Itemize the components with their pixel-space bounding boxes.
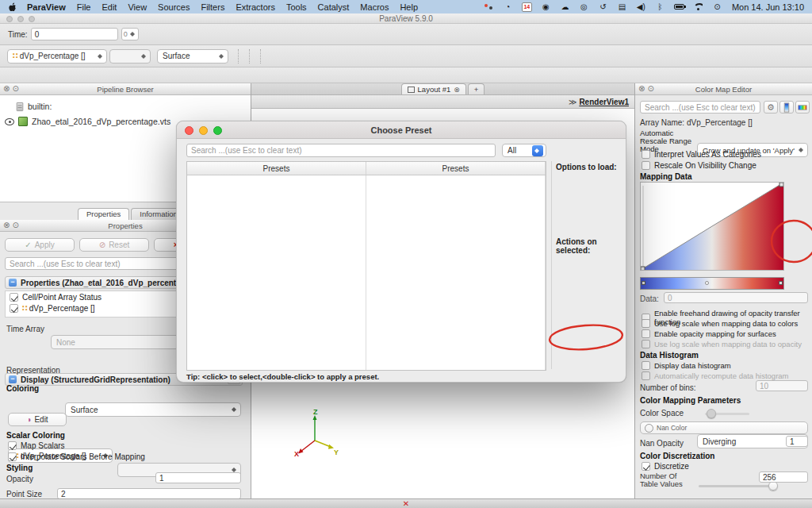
- collapse-icon[interactable]: −: [9, 375, 17, 383]
- app-activity-icon[interactable]: [484, 2, 494, 12]
- shield-icon[interactable]: ◉: [541, 2, 551, 12]
- cme-float-icon[interactable]: ⊙: [647, 84, 653, 93]
- time-machine-icon[interactable]: ↺: [598, 2, 608, 12]
- array-status-row[interactable]: ∷ dVp_Percentage []: [10, 304, 95, 313]
- keyboard-icon[interactable]: ▤: [617, 2, 627, 12]
- menu-view[interactable]: View: [128, 2, 147, 12]
- disc-icon[interactable]: ◎: [579, 2, 589, 12]
- apple-menu-icon[interactable]: [8, 2, 17, 12]
- checkbox[interactable]: [642, 319, 650, 328]
- checkbox[interactable]: [642, 462, 650, 471]
- visibility-eye-icon[interactable]: [5, 118, 14, 125]
- checkbox[interactable]: [8, 441, 17, 450]
- map-scalars-row[interactable]: Map Scalars: [8, 441, 65, 450]
- pipeline-item-builtin[interactable]: builtin:: [0, 100, 251, 113]
- dialog-traffic-lights[interactable]: [185, 126, 222, 135]
- color-gradient-bar[interactable]: [640, 277, 784, 290]
- zoom-window-button[interactable]: [213, 126, 222, 135]
- component-dropdown[interactable]: [109, 49, 151, 64]
- gradient-endpoint-right[interactable]: [779, 281, 783, 285]
- menu-file[interactable]: File: [77, 2, 91, 12]
- checkbox[interactable]: [642, 150, 650, 159]
- menu-macros[interactable]: Macros: [360, 2, 389, 12]
- wifi-icon[interactable]: [693, 2, 703, 12]
- time-value-field[interactable]: 0: [31, 28, 118, 40]
- log-colors-row[interactable]: Use log scale when mapping data to color…: [642, 319, 798, 328]
- cme-search-input[interactable]: [640, 101, 760, 114]
- edit-color-map-button[interactable]: ◑Edit: [8, 413, 67, 426]
- checkbox[interactable]: [8, 452, 17, 461]
- apply-button[interactable]: ✓Apply: [5, 238, 75, 252]
- cme-edit-legend-button[interactable]: [795, 101, 810, 114]
- view-chevron[interactable]: ≫: [569, 98, 576, 106]
- point-size-field[interactable]: 2: [57, 488, 241, 498]
- checkbox[interactable]: [642, 329, 650, 338]
- minimize-window-button[interactable]: [199, 126, 208, 135]
- dialog-titlebar[interactable]: Choose Preset: [177, 121, 626, 139]
- calendar-icon[interactable]: 14: [522, 2, 532, 12]
- nan-opacity-slider[interactable]: [699, 485, 778, 487]
- battery-icon[interactable]: [674, 2, 684, 12]
- menu-extractors[interactable]: Extractors: [236, 2, 275, 12]
- table-values-field[interactable]: 256: [759, 471, 808, 483]
- cme-close-icon[interactable]: ⊗: [638, 84, 645, 93]
- tab-properties[interactable]: Properties: [78, 208, 129, 220]
- cme-settings-button[interactable]: ⚙: [764, 101, 778, 114]
- opacity-field[interactable]: 1: [155, 472, 241, 483]
- checkbox[interactable]: [10, 293, 18, 302]
- interpret-categories-row[interactable]: Interpret Values As Categories: [642, 150, 761, 159]
- representation-select[interactable]: Surface: [65, 402, 241, 417]
- data-value-field[interactable]: 0: [664, 292, 808, 303]
- gradient-midpoint[interactable]: [705, 281, 709, 285]
- checkbox[interactable]: [642, 161, 650, 170]
- pipeline-close-icon[interactable]: ⊗: [3, 84, 10, 93]
- gradient-endpoint-left[interactable]: [642, 281, 645, 285]
- properties-float-icon[interactable]: ⊙: [12, 221, 18, 229]
- layout-close-icon[interactable]: ⊗: [454, 86, 460, 94]
- rescale-visibility-row[interactable]: Rescale On Visibility Change: [642, 161, 756, 170]
- menu-tools[interactable]: Tools: [286, 2, 307, 12]
- color-by-array-dropdown[interactable]: ∷ dVp_Percentage []: [7, 49, 107, 64]
- user-icon[interactable]: ⊙: [712, 2, 722, 12]
- cme-legend-button[interactable]: [779, 101, 794, 114]
- menu-sources[interactable]: Sources: [158, 2, 190, 12]
- nan-color-button[interactable]: Nan Color: [640, 421, 808, 434]
- menu-filters[interactable]: Filters: [201, 2, 224, 12]
- gauge-icon[interactable]: ◔: [503, 2, 513, 12]
- interpolate-row[interactable]: Interpolate Scalars Before Mapping: [8, 452, 145, 461]
- log-opacity-row[interactable]: Use log scale when mapping data to opaci…: [642, 340, 802, 348]
- layout-tab[interactable]: Layout #1 ⊗: [401, 83, 466, 94]
- discretize-row[interactable]: Discretize: [642, 462, 689, 471]
- representation-dropdown[interactable]: Surface: [157, 49, 228, 64]
- recompute-histogram-row[interactable]: Automatically recompute data histogram: [642, 371, 789, 380]
- frame-stepper[interactable]: 0: [121, 28, 139, 40]
- menu-catalyst[interactable]: Catalyst: [318, 2, 350, 12]
- properties-close-icon[interactable]: ⊗: [3, 221, 10, 229]
- bins-field[interactable]: 10: [756, 380, 808, 391]
- cloud-icon[interactable]: ☁: [560, 2, 570, 12]
- bins-slider[interactable]: [705, 413, 749, 415]
- checkbox[interactable]: [642, 371, 650, 380]
- preset-filter-dropdown[interactable]: All: [502, 144, 546, 157]
- output-messages-icon[interactable]: ✕: [403, 499, 409, 508]
- reset-button[interactable]: ⊘Reset: [79, 238, 149, 252]
- nan-opacity-field[interactable]: 1: [786, 436, 808, 447]
- menu-help[interactable]: Help: [400, 2, 418, 12]
- menu-app-name[interactable]: ParaView: [27, 2, 66, 12]
- cell-point-array-status-row[interactable]: Cell/Point Array Status: [10, 293, 102, 302]
- display-histogram-row[interactable]: Display data histogram: [642, 361, 731, 370]
- checkbox[interactable]: [10, 304, 18, 313]
- pipeline-float-icon[interactable]: ⊙: [12, 84, 18, 93]
- menu-edit[interactable]: Edit: [102, 2, 117, 12]
- opacity-surfaces-row[interactable]: Enable opacity mapping for surfaces: [642, 329, 776, 338]
- close-window-button[interactable]: [185, 126, 193, 135]
- bluetooth-icon[interactable]: ᛒ: [655, 2, 665, 12]
- volume-icon[interactable]: ◀): [636, 2, 646, 12]
- preset-search-input[interactable]: [186, 144, 496, 157]
- transfer-function-editor[interactable]: [640, 182, 784, 271]
- checkbox[interactable]: [642, 361, 650, 370]
- checkbox[interactable]: [642, 340, 650, 348]
- layout-add-tab[interactable]: +: [468, 83, 485, 94]
- window-traffic-lights[interactable]: [6, 16, 35, 22]
- collapse-icon[interactable]: −: [9, 279, 17, 287]
